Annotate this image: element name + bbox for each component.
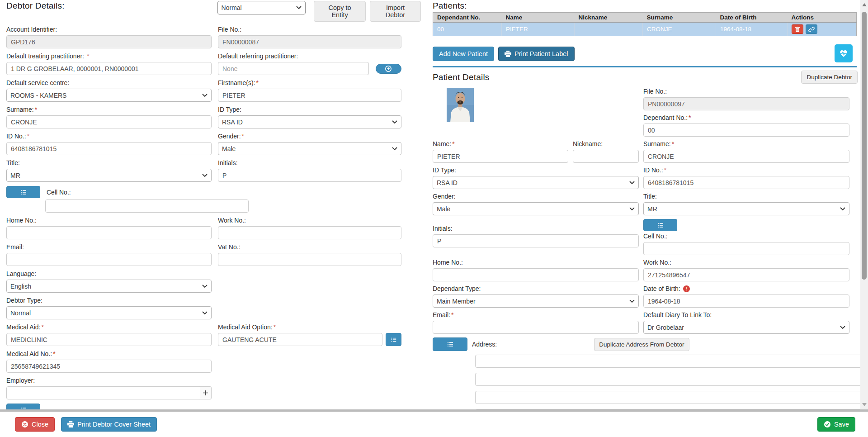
patient-initials-input[interactable] — [433, 234, 639, 247]
debtor-gender-select[interactable]: Male — [218, 142, 401, 155]
debtor-surname-input[interactable] — [6, 115, 212, 128]
patient-id-no-input[interactable] — [643, 176, 849, 189]
add-referring-practitioner-button[interactable] — [376, 64, 401, 74]
column-header-date-of-birth[interactable]: Date of Birth — [716, 13, 788, 23]
account-identifier-input[interactable] — [6, 35, 212, 48]
column-header-dependant-no[interactable]: Dependant No. — [433, 13, 502, 23]
patient-dependant-no-input[interactable] — [643, 124, 849, 137]
patient-cell-dependant-no[interactable]: 00 — [433, 23, 502, 36]
date-of-birth-label-row: Date of Birth: — [643, 285, 849, 292]
vertical-scrollbar-thumb[interactable] — [862, 12, 867, 280]
next-of-kin-list-button[interactable] — [6, 404, 40, 409]
debtor-title-select[interactable]: MR — [6, 169, 212, 182]
date-of-birth-input[interactable] — [643, 294, 849, 308]
language-select[interactable]: English — [6, 280, 212, 293]
dependant-type-field: Dependant Type: Main Member — [433, 285, 639, 308]
debtor-home-no-input[interactable] — [6, 226, 212, 239]
medical-aid-field: Medical Aid:* — [6, 323, 212, 346]
address-line-3-input[interactable] — [475, 391, 860, 404]
patient-row-email-diary: Email:* Default Diary To Link To: Dr Gro… — [433, 311, 858, 334]
patient-details-header: Patient Details Duplicate Debtor — [433, 71, 858, 84]
patient-cell-surname[interactable]: CRONJE — [643, 23, 716, 36]
delete-patient-button[interactable] — [792, 24, 803, 34]
chevron-down-icon — [202, 174, 208, 177]
address-line-1-input[interactable] — [475, 355, 860, 368]
debtor-id-type-select[interactable]: RSA ID — [218, 115, 401, 128]
save-button[interactable]: Save — [817, 417, 855, 432]
patient-cell-date-of-birth[interactable]: 1964-08-18 — [716, 23, 788, 36]
patient-gender-select[interactable]: Male — [433, 202, 639, 215]
list-icon — [391, 337, 397, 343]
patient-id-type-select[interactable]: RSA ID — [433, 176, 639, 189]
default-diary-value: Dr Grobelaar — [647, 324, 684, 331]
debtor-email-input[interactable] — [6, 253, 212, 266]
vertical-scrollbar[interactable] — [860, 0, 868, 409]
debtor-type-top-select[interactable]: Normal — [217, 1, 306, 14]
debtor-initials-input[interactable] — [218, 169, 401, 182]
patient-cell-nickname[interactable] — [575, 23, 643, 36]
scroll-up-arrow-icon[interactable] — [862, 3, 867, 6]
copy-to-entity-button[interactable]: Copy to Entity — [314, 1, 366, 22]
patient-id-no-label: ID No.:* — [643, 166, 849, 174]
column-header-nickname[interactable]: Nickname — [575, 13, 643, 23]
debtor-id-no-input[interactable] — [6, 142, 212, 155]
patient-name-input[interactable] — [433, 150, 568, 163]
column-header-name[interactable]: Name — [502, 13, 575, 23]
alert-exclamation-icon[interactable] — [683, 285, 690, 292]
add-employer-button[interactable] — [200, 386, 212, 399]
column-header-surname[interactable]: Surname — [643, 13, 716, 23]
import-debtor-button[interactable]: Import Debtor — [370, 1, 421, 22]
patient-photo[interactable] — [447, 88, 474, 122]
scroll-down-arrow-icon[interactable] — [862, 403, 867, 406]
patient-cell-list-button[interactable] — [643, 219, 677, 231]
medical-aid-option-input[interactable] — [218, 333, 382, 346]
debtor-file-no-input[interactable] — [218, 35, 401, 48]
patient-title-select[interactable]: MR — [643, 202, 849, 215]
chevron-down-icon — [392, 120, 397, 124]
duplicate-debtor-button[interactable]: Duplicate Debtor — [801, 71, 858, 84]
default-diary-select[interactable]: Dr Grobelaar — [643, 321, 849, 334]
address-line-2-input[interactable] — [475, 373, 860, 386]
column-header-actions[interactable]: Actions — [788, 13, 857, 23]
dependant-type-select[interactable]: Main Member — [433, 294, 639, 308]
default-referring-practitioner-input[interactable] — [218, 62, 369, 75]
medical-aid-input[interactable] — [6, 333, 212, 346]
debtor-work-no-field: Work No.: — [218, 217, 401, 239]
debtor-header-row: Debtor Details: Normal Copy to Entity Im… — [6, 1, 425, 22]
default-diary-label: Default Diary To Link To: — [643, 311, 849, 318]
patient-nickname-input[interactable] — [573, 150, 639, 163]
debtor-type-select[interactable]: Normal — [6, 306, 212, 319]
medical-heart-button[interactable] — [835, 44, 853, 62]
employer-input[interactable] — [6, 386, 200, 399]
debtor-work-no-input[interactable] — [218, 226, 401, 239]
patient-table-row-selected[interactable]: 00 PIETER CRONJE 1964-08-18 — [433, 23, 857, 36]
firstnames-input[interactable] — [218, 89, 401, 102]
default-treating-practitioner-input[interactable] — [6, 62, 212, 75]
patient-email-input[interactable] — [433, 321, 639, 334]
patient-cell-no-input[interactable] — [643, 242, 849, 255]
patient-surname-input[interactable] — [643, 150, 849, 163]
debtor-type-field: Debtor Type: Normal — [6, 297, 212, 319]
patient-file-no-input[interactable] — [643, 97, 849, 110]
required-asterisk: * — [452, 140, 454, 147]
duplicate-address-button[interactable]: Duplicate Address From Debtor — [594, 338, 689, 351]
address-list-button[interactable] — [433, 337, 467, 351]
medical-aid-no-input[interactable] — [6, 360, 212, 373]
language-field: Language: English — [6, 270, 212, 293]
print-debtor-cover-sheet-button[interactable]: Print Debtor Cover Sheet — [61, 417, 157, 432]
medical-aid-option-list-button[interactable] — [386, 333, 401, 346]
default-service-centre-select[interactable]: ROOMS - KAMERS — [6, 89, 212, 102]
debtor-vat-no-input[interactable] — [218, 253, 401, 266]
link-patient-button[interactable] — [806, 24, 817, 34]
debtor-cell-list-button[interactable] — [6, 186, 40, 198]
medical-aid-option-row — [218, 333, 401, 346]
patient-work-no-input[interactable] — [643, 268, 849, 281]
medical-aid-no-field: Medical Aid No.:* — [6, 350, 212, 373]
patient-cell-name[interactable]: PIETER — [502, 23, 575, 36]
add-new-patient-button[interactable]: Add New Patient — [433, 47, 494, 61]
print-patient-label-button[interactable]: Print Patient Label — [498, 47, 575, 61]
debtor-cell-no-input[interactable] — [45, 200, 249, 213]
patient-home-no-input[interactable] — [433, 268, 639, 281]
close-button[interactable]: Close — [15, 417, 55, 432]
debtor-title-value: MR — [10, 172, 20, 179]
